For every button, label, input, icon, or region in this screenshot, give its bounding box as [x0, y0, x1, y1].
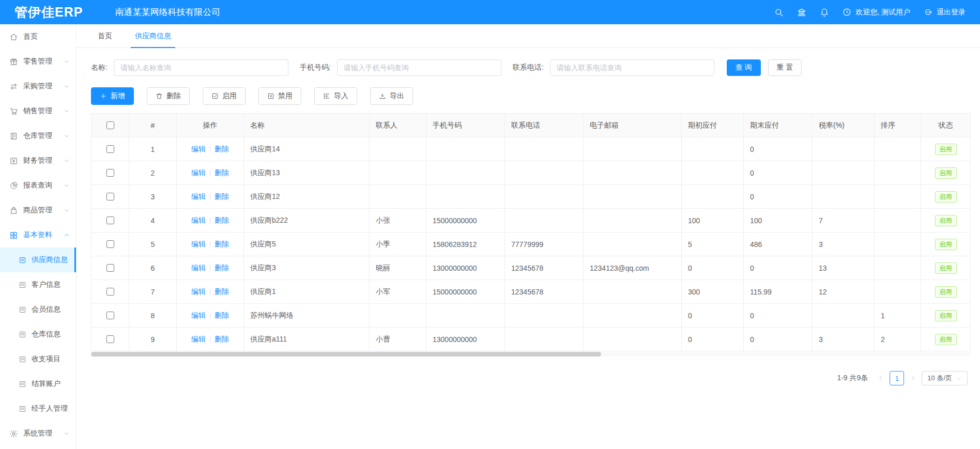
row-checkbox[interactable] — [106, 288, 114, 296]
sidebar-item-label: 销售管理 — [23, 106, 52, 116]
bell-icon[interactable] — [820, 8, 829, 17]
row-checkbox[interactable] — [106, 145, 114, 153]
bank-icon[interactable] — [797, 8, 806, 17]
search-icon[interactable] — [774, 8, 784, 17]
mobile-input[interactable] — [337, 59, 501, 76]
sidebar-item-reports[interactable]: 报表查询 — [0, 173, 76, 198]
import-button[interactable]: 导入 — [314, 87, 357, 105]
mobile-label: 手机号码: — [300, 63, 331, 72]
sidebar-item-label: 经手人管理 — [32, 404, 68, 413]
tab-supplier-info[interactable]: 供应商信息 — [135, 24, 171, 48]
company-name: 南通某某网络科技有限公司 — [115, 6, 220, 18]
welcome-user[interactable]: 欢迎您, 测试用户 — [843, 8, 910, 17]
filter-bar: 名称: 手机号码: 联系电话: 查 询 重 置 — [91, 59, 971, 76]
row-checkbox[interactable] — [106, 240, 114, 248]
check-square-icon — [211, 92, 219, 100]
logout-button[interactable]: 退出登录 — [924, 8, 966, 17]
horizontal-scrollbar[interactable] — [91, 352, 971, 357]
col-mobile: 手机号码 — [426, 114, 505, 137]
enable-button[interactable]: 启用 — [203, 87, 246, 105]
sidebar-item-home[interactable]: 首页 — [0, 24, 76, 49]
sidebar-item-warehouse[interactable]: 仓库管理 — [0, 123, 76, 148]
tab-home[interactable]: 首页 — [98, 24, 112, 48]
add-button[interactable]: 新增 — [91, 87, 134, 105]
row-checkbox[interactable] — [106, 216, 114, 224]
import-icon — [323, 92, 330, 100]
name-input[interactable] — [114, 59, 288, 76]
select-all-checkbox[interactable] — [106, 121, 114, 129]
delete-button[interactable]: 删除 — [147, 87, 190, 105]
chevron-down-icon — [64, 430, 70, 437]
export-button[interactable]: 导出 — [370, 87, 413, 105]
phone-input[interactable] — [550, 59, 714, 76]
chevron-right-icon[interactable] — [909, 375, 916, 382]
cell-contact — [370, 185, 426, 209]
chevron-up-icon — [64, 232, 70, 238]
edit-link[interactable]: 编辑 — [191, 264, 206, 272]
cell-tax-rate — [813, 137, 875, 161]
cell-name: 供应商14 — [244, 137, 370, 161]
divider — [210, 194, 210, 200]
delete-link[interactable]: 删除 — [215, 168, 229, 177]
edit-link[interactable]: 编辑 — [191, 311, 206, 319]
sidebar-item-goods[interactable]: 商品管理 — [0, 198, 76, 223]
delete-link[interactable]: 删除 — [215, 311, 229, 319]
sidebar-item-customer-info[interactable]: 客户信息 — [0, 272, 76, 297]
export-icon — [379, 92, 386, 100]
edit-link[interactable]: 编辑 — [191, 287, 206, 296]
search-button[interactable]: 查 询 — [727, 59, 761, 76]
sidebar-item-settlement-account[interactable]: 结算账户 — [0, 371, 76, 396]
delete-link[interactable]: 删除 — [215, 145, 229, 153]
edit-link[interactable]: 编辑 — [191, 192, 206, 200]
delete-link[interactable]: 删除 — [215, 264, 229, 272]
scrollbar-thumb[interactable] — [91, 352, 601, 357]
edit-link[interactable]: 编辑 — [191, 145, 206, 153]
cell-closing-payable: 0 — [744, 304, 813, 328]
edit-link[interactable]: 编辑 — [191, 168, 206, 177]
edit-link[interactable]: 编辑 — [191, 240, 206, 248]
reset-button[interactable]: 重 置 — [768, 59, 802, 76]
sidebar-item-system[interactable]: 系统管理 — [0, 421, 76, 446]
cell-mobile — [426, 161, 505, 185]
page-size-select[interactable]: 10 条/页 — [922, 371, 968, 385]
clock-icon — [843, 8, 851, 17]
cell-actions: 编辑删除 — [177, 137, 244, 161]
chevron-down-icon — [64, 58, 70, 65]
sidebar-item-finance[interactable]: 财务管理 — [0, 148, 76, 173]
sidebar-item-warehouse-info[interactable]: 仓库信息 — [0, 322, 76, 347]
cell-checkbox — [91, 304, 129, 328]
sidebar-item-handler-management[interactable]: 经手人管理 — [0, 396, 76, 421]
delete-link[interactable]: 删除 — [215, 192, 229, 200]
trash-icon — [156, 92, 163, 100]
delete-link[interactable]: 删除 — [215, 216, 229, 224]
sidebar-item-member-info[interactable]: 会员信息 — [0, 297, 76, 322]
sidebar-item-income-expense[interactable]: 收支项目 — [0, 347, 76, 371]
row-checkbox[interactable] — [106, 193, 114, 200]
cell-tax-rate: 3 — [813, 328, 875, 351]
delete-link[interactable]: 删除 — [215, 335, 229, 343]
row-checkbox[interactable] — [106, 312, 114, 319]
cell-phone — [505, 137, 584, 161]
cell-name: 供应商3 — [244, 256, 370, 280]
cell-mobile: 15806283912 — [426, 233, 505, 256]
row-checkbox[interactable] — [106, 169, 114, 177]
page-number-button[interactable]: 1 — [890, 371, 904, 385]
row-checkbox[interactable] — [106, 335, 114, 343]
sidebar-item-supplier-info[interactable]: 供应商信息 — [0, 247, 76, 272]
sidebar-item-basic-data[interactable]: 基本资料 — [0, 223, 76, 247]
sidebar-item-sales[interactable]: 销售管理 — [0, 99, 76, 123]
cell-phone: 77779999 — [505, 233, 584, 256]
cell-index: 4 — [129, 209, 177, 233]
cell-actions: 编辑删除 — [177, 185, 244, 209]
cell-closing-payable: 0 — [744, 137, 813, 161]
sidebar-item-purchase[interactable]: 采购管理 — [0, 74, 76, 99]
sidebar-item-retail[interactable]: 零售管理 — [0, 49, 76, 74]
row-checkbox[interactable] — [106, 264, 114, 272]
col-actions: 操作 — [177, 114, 244, 137]
edit-link[interactable]: 编辑 — [191, 216, 206, 224]
chevron-left-icon[interactable] — [877, 375, 884, 382]
delete-link[interactable]: 删除 — [215, 240, 229, 248]
delete-link[interactable]: 删除 — [215, 287, 229, 296]
edit-link[interactable]: 编辑 — [191, 335, 206, 343]
disable-button[interactable]: 禁用 — [258, 87, 301, 105]
